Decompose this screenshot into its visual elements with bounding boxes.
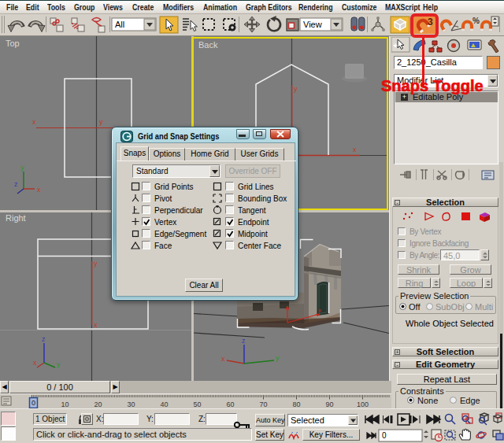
svg-text:0: 0 [32,399,35,407]
svg-text:40: 40 [160,401,168,408]
svg-text:80: 80 [292,401,300,408]
svg-text:z: z [42,335,46,343]
svg-text:10: 10 [61,401,69,408]
svg-text:90: 90 [325,401,333,408]
svg-text:View: View [303,20,322,29]
svg-text:0: 0 [382,431,387,440]
svg-text:x: x [33,359,37,367]
svg-text:y: y [57,360,61,368]
svg-text:z: z [14,180,18,188]
svg-text:y: y [94,260,98,268]
svg-text:30: 30 [127,401,135,408]
svg-text:z: z [242,337,246,345]
svg-text:%: % [472,17,480,25]
svg-text:x: x [32,118,36,126]
svg-text:70: 70 [259,401,267,408]
svg-text:x: x [221,355,225,363]
svg-text:All: All [115,20,124,29]
svg-text:x: x [94,321,98,329]
svg-text:50: 50 [193,401,201,408]
svg-text:y: y [276,354,280,362]
svg-text:x: x [37,186,41,194]
svg-text:x: x [318,307,321,314]
svg-text:60: 60 [226,401,234,408]
svg-text:y: y [99,118,103,126]
svg-text:y: y [20,164,24,172]
svg-text:100: 100 [357,401,369,408]
svg-text:20: 20 [94,401,102,408]
